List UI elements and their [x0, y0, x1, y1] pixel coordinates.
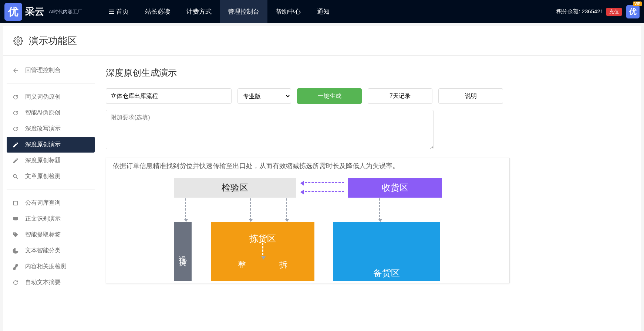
- gear-icon: [13, 36, 23, 46]
- brand-text: 采云: [25, 5, 44, 18]
- dash-white-icon: [262, 240, 263, 258]
- refresh-icon: [12, 109, 19, 117]
- nav-label: 站长必读: [145, 7, 170, 16]
- sidebar-item-original-title[interactable]: 深度原创标题: [7, 153, 95, 168]
- result-panel[interactable]: 依据订单信息精准找到货位并快速传输至出口处，从而有效缩减拣选所需时长及降低人为失…: [106, 158, 510, 283]
- refresh-icon: [12, 279, 19, 286]
- pie-icon: [12, 247, 19, 255]
- nav-label: 通知: [317, 7, 330, 16]
- box-whole: 整: [238, 259, 246, 270]
- sidebar-item-ai[interactable]: 智能AI伪原创: [7, 105, 95, 121]
- nav-billing[interactable]: 计费方式: [178, 0, 220, 23]
- edit-icon: [12, 157, 19, 164]
- sidebar-item-label: 智能AI伪原创: [25, 109, 60, 117]
- sidebar-item-label: 文章原创检测: [25, 173, 61, 180]
- sidebar-item-synonym[interactable]: 同义词伪原创: [7, 89, 95, 105]
- top-navbar: 优 采云 AI时代内容工厂 首页 站长必读 计费方式 管理控制台 帮助中心 通知…: [0, 0, 644, 23]
- monitor-icon: [12, 215, 19, 223]
- tag-icon: [12, 231, 19, 239]
- sidebar-item-label: 自动文本摘要: [25, 279, 61, 286]
- menu-lines-icon: [109, 10, 114, 14]
- sidebar-item-dict[interactable]: 公有词库查询: [7, 195, 95, 211]
- nav-label: 管理控制台: [228, 7, 259, 16]
- points-balance: 积分余额: 2365421: [556, 8, 603, 15]
- sidebar-item-body[interactable]: 正文识别演示: [7, 211, 95, 227]
- nav-home[interactable]: 首页: [101, 0, 137, 23]
- sidebar-item-label: 深度原创演示: [25, 141, 61, 149]
- back-arrow-icon: [12, 67, 19, 74]
- brand-logo-icon: 优: [4, 3, 22, 21]
- sidebar-item-label: 文本智能分类: [25, 247, 61, 255]
- result-text: 依据订单信息精准找到货位并快速传输至出口处，从而有效缩减拣选所需时长及降低人为失…: [113, 161, 503, 171]
- help-button[interactable]: 说明: [438, 88, 503, 104]
- edit-icon: [12, 141, 19, 149]
- search-icon: [12, 173, 19, 180]
- box-inspect: 检验区: [174, 178, 296, 198]
- brand-subtitle: AI时代内容工厂: [49, 8, 82, 15]
- sidebar-item-checker[interactable]: 文章原创检测: [7, 168, 95, 184]
- box-receive: 收货区: [348, 178, 442, 198]
- nav-items: 首页 站长必读 计费方式 管理控制台 帮助中心 通知: [101, 0, 338, 23]
- nav-help[interactable]: 帮助中心: [267, 0, 309, 23]
- sidebar-item-summary[interactable]: 自动文本摘要: [7, 274, 95, 290]
- nav-label: 帮助中心: [276, 7, 301, 16]
- edition-select[interactable]: 专业版: [237, 88, 291, 104]
- sidebar-item-label: 深度原创标题: [25, 157, 61, 164]
- main-title: 深度原创生成演示: [106, 67, 628, 79]
- sidebar-item-label: 正文识别演示: [25, 215, 61, 223]
- box-return: 退货: [174, 222, 192, 281]
- sidebar-item-classify[interactable]: 文本智能分类: [7, 243, 95, 259]
- box-split: 拆: [279, 259, 287, 270]
- sidebar-back[interactable]: 回管理控制台: [7, 62, 95, 78]
- sidebar-item-label: 同义词伪原创: [25, 93, 61, 101]
- brand[interactable]: 优 采云 AI时代内容工厂: [4, 3, 101, 21]
- dash-box-icon: [195, 259, 208, 272]
- sidebar-item-original-demo[interactable]: 深度原创演示: [7, 137, 95, 153]
- refresh-icon: [12, 125, 19, 133]
- sidebar-item-tags[interactable]: 智能提取标签: [7, 227, 95, 243]
- sidebar-item-label: 深度改写演示: [25, 125, 61, 133]
- sidebar-item-label: 公有词库查询: [25, 199, 61, 207]
- vip-avatar[interactable]: VIP 优: [626, 5, 640, 18]
- svg-point-0: [17, 40, 20, 42]
- history-button[interactable]: 7天记录: [368, 88, 432, 104]
- dash-arrow-down-icon: [250, 198, 251, 221]
- keyword-input[interactable]: [106, 88, 232, 104]
- dash-arrow-down-icon: [379, 198, 380, 221]
- sidebar-item-label: 智能提取标签: [25, 231, 61, 239]
- nav-right: 积分余额: 2365421 充值 VIP 优: [556, 5, 640, 18]
- nav-notice[interactable]: 通知: [309, 0, 338, 23]
- arrow-dash-icon: [301, 191, 344, 192]
- book-icon: [12, 199, 19, 207]
- page-header: 演示功能区: [3, 26, 641, 56]
- sidebar: 回管理控制台 同义词伪原创 智能AI伪原创 深度改写演示: [3, 56, 98, 331]
- nav-label: 计费方式: [186, 7, 212, 16]
- warehouse-diagram: 检验区 收货区 退货 拣货区 整 拆: [113, 178, 498, 274]
- dash-arrow-down-icon: [185, 198, 186, 221]
- main-area: 深度原创生成演示 专业版 一键生成 7天记录 说明 依据订单信息精准找到货位并快…: [98, 56, 641, 331]
- toolbar: 专业版 一键生成 7天记录 说明: [106, 88, 628, 104]
- sidebar-item-label: 回管理控制台: [25, 66, 61, 74]
- vip-badge: VIP: [633, 1, 642, 6]
- nav-console[interactable]: 管理控制台: [220, 0, 267, 23]
- recharge-button[interactable]: 充值: [606, 8, 622, 16]
- extra-textarea[interactable]: [106, 110, 434, 149]
- sidebar-item-rewrite[interactable]: 深度改写演示: [7, 121, 95, 137]
- sidebar-item-label: 内容相关度检测: [25, 263, 67, 270]
- nav-mustread[interactable]: 站长必读: [137, 0, 178, 23]
- vip-avatar-icon: 优: [626, 5, 640, 18]
- sidebar-item-relevance[interactable]: 内容相关度检测: [7, 259, 95, 274]
- nav-label: 首页: [116, 7, 129, 16]
- generate-button[interactable]: 一键生成: [297, 88, 362, 104]
- refresh-icon: [12, 93, 19, 101]
- arrow-dash-icon: [301, 182, 344, 183]
- dash-arrow-down-icon: [286, 198, 287, 221]
- link-icon: [12, 263, 19, 270]
- page-title: 演示功能区: [29, 34, 77, 47]
- box-stock: 备货区: [333, 222, 440, 281]
